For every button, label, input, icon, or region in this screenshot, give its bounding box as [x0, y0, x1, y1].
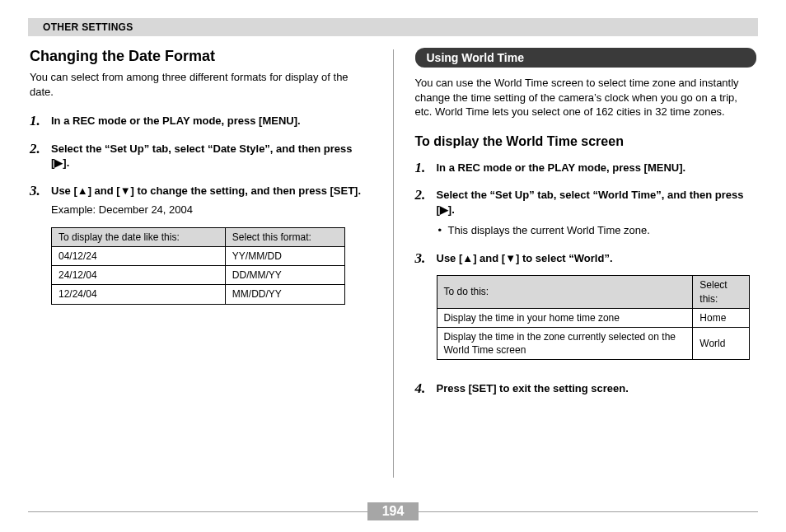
left-steps: In a REC mode or the PLAY mode, press [M… [30, 114, 372, 304]
table-header: To display the date like this: [52, 227, 226, 246]
step-text: In a REC mode or the PLAY mode, press [M… [437, 161, 686, 174]
right-subheading: To display the World Time screen [415, 134, 757, 149]
content-columns: Changing the Date Format You can select … [28, 48, 758, 478]
left-column: Changing the Date Format You can select … [30, 48, 372, 478]
footer-line-right [419, 511, 758, 512]
table-cell: Display the time in the zone currently s… [437, 327, 693, 359]
right-step-3: Use [▲] and [▼] to select “World”. To do… [415, 251, 757, 360]
step-text: Use [▲] and [▼] to change the setting, a… [51, 184, 361, 197]
table-header-row: To display the date like this: Select th… [52, 227, 345, 246]
table-cell: 04/12/24 [52, 247, 226, 266]
section-header-bar: OTHER SETTINGS [28, 18, 758, 36]
step-text: In a REC mode or the PLAY mode, press [M… [51, 114, 301, 127]
right-intro: You can use the World Time screen to sel… [415, 76, 757, 119]
left-step-3: Use [▲] and [▼] to change the setting, a… [30, 184, 372, 305]
table-cell: DD/MM/YY [225, 266, 345, 285]
section-header-text: OTHER SETTINGS [43, 21, 133, 33]
table-cell: World [693, 327, 750, 359]
step-bullet: This displays the current World Time zon… [438, 223, 757, 238]
table-header-row: To do this: Select this: [437, 276, 750, 308]
table-cell: MM/DD/YY [225, 285, 345, 304]
table-cell: YY/MM/DD [225, 247, 345, 266]
table-row: Display the time in your home time zone … [437, 308, 750, 327]
page-number: 194 [367, 502, 419, 520]
table-header: Select this format: [225, 227, 345, 246]
table-header: To do this: [437, 276, 693, 308]
table-row: Display the time in the zone currently s… [437, 327, 750, 359]
left-step-1: In a REC mode or the PLAY mode, press [M… [30, 114, 372, 128]
table-cell: 12/24/04 [52, 285, 226, 304]
table-row: 24/12/04 DD/MM/YY [52, 266, 345, 285]
table-cell: Display the time in your home time zone [437, 308, 693, 327]
page-footer: 194 [28, 502, 758, 520]
right-column: Using World Time You can use the World T… [415, 48, 757, 478]
step-text: Select the “Set Up” tab, select “World T… [437, 189, 744, 216]
table-row: 12/24/04 MM/DD/YY [52, 285, 345, 304]
right-step-4: Press [SET] to exit the setting screen. [415, 381, 757, 396]
step-note: Example: December 24, 2004 [51, 203, 372, 217]
date-format-table: To display the date like this: Select th… [51, 227, 345, 305]
step-text: Press [SET] to exit the setting screen. [437, 382, 629, 394]
right-steps: In a REC mode or the PLAY mode, press [M… [415, 161, 757, 396]
world-time-table: To do this: Select this: Display the tim… [437, 275, 751, 360]
step-text: Select the “Set Up” tab, select “Date St… [51, 142, 353, 170]
table-header: Select this: [693, 276, 750, 308]
left-heading: Changing the Date Format [30, 48, 372, 65]
left-step-2: Select the “Set Up” tab, select “Date St… [30, 142, 372, 170]
right-step-2: Select the “Set Up” tab, select “World T… [415, 188, 757, 238]
table-row: 04/12/24 YY/MM/DD [52, 247, 345, 266]
left-intro: You can select from among three differen… [30, 70, 372, 99]
column-divider [393, 49, 394, 478]
right-step-1: In a REC mode or the PLAY mode, press [M… [415, 161, 757, 175]
footer-line-left [28, 511, 367, 512]
step-text: Use [▲] and [▼] to select “World”. [437, 252, 613, 264]
table-cell: Home [693, 308, 750, 327]
table-cell: 24/12/04 [52, 266, 226, 285]
pill-header: Using World Time [415, 48, 757, 68]
